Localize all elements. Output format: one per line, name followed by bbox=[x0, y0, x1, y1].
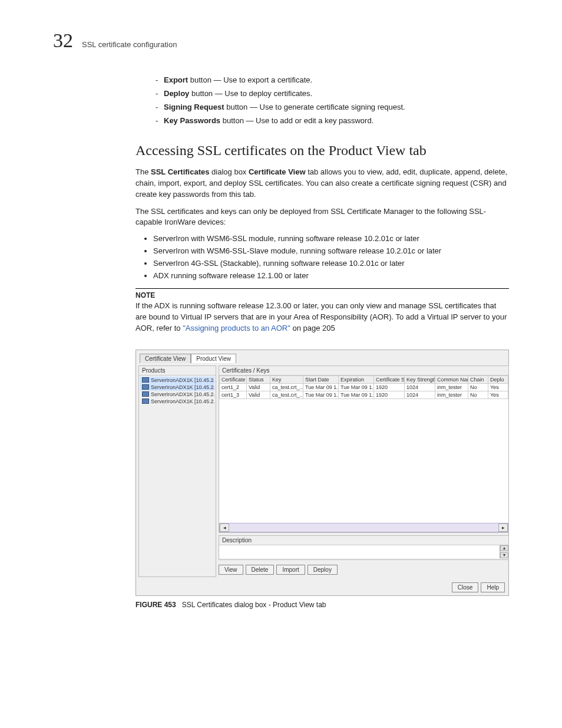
import-button[interactable]: Import bbox=[276, 565, 305, 575]
tab-product-view[interactable]: Product View bbox=[191, 354, 236, 363]
deploy-button[interactable]: Deploy bbox=[308, 565, 338, 575]
col-start-date[interactable]: Start Date bbox=[303, 375, 339, 383]
note-text: If the ADX is running software release 1… bbox=[135, 301, 509, 334]
product-item[interactable]: ServerIronADX1K [10.45.2.4] bbox=[140, 398, 214, 405]
chapter-number: 32 bbox=[53, 29, 73, 52]
products-title: Products bbox=[139, 366, 216, 375]
dash-item-bold: Deploy bbox=[164, 89, 189, 98]
dash-item-rest: button — Use to add or edit a key passwo… bbox=[220, 116, 373, 125]
certificates-table: Certificate Status Key Start Date Expira… bbox=[219, 375, 508, 399]
dash-item-rest: button — Use to generate certificate sig… bbox=[224, 103, 405, 111]
paragraph-1: The SSL Certificates dialog box Certific… bbox=[135, 167, 509, 200]
col-status[interactable]: Status bbox=[247, 375, 270, 383]
dash-list: Export button — Use to export a certific… bbox=[53, 75, 509, 125]
col-cert-size[interactable]: Certificate Si... bbox=[374, 375, 405, 383]
help-button[interactable]: Help bbox=[481, 582, 505, 592]
horizontal-scrollbar[interactable]: ◂ ▸ bbox=[219, 523, 508, 532]
dash-item-bold: Export bbox=[164, 75, 188, 84]
bullet-item: ADX running software release 12.1.00 or … bbox=[153, 271, 509, 280]
dash-item-rest: button — Use to deploy certificates. bbox=[189, 89, 312, 98]
col-chain[interactable]: Chain bbox=[468, 375, 488, 383]
ssl-certificates-dialog: Certificate View Product View Products S… bbox=[135, 350, 509, 596]
bullet-item: ServerIron with WSM6-SSL-Slave module, r… bbox=[153, 246, 509, 255]
dialog-tabs: Certificate View Product View bbox=[136, 350, 508, 363]
device-icon bbox=[142, 384, 149, 390]
device-icon bbox=[142, 398, 149, 404]
description-body: ▴ ▾ bbox=[219, 545, 508, 558]
note-label: NOTE bbox=[135, 291, 509, 299]
device-icon bbox=[142, 391, 149, 397]
products-panel: Products ServerIronADX1K [10.45.2.2] Ser… bbox=[138, 365, 216, 577]
bullet-item: ServerIron 4G-SSL (Stackable), running s… bbox=[153, 259, 509, 268]
figure-caption-text: SSL Certificates dialog box - Product Vi… bbox=[182, 601, 326, 609]
section-heading: Accessing SSL certificates on the Produc… bbox=[135, 143, 509, 159]
dash-item-bold: Key Passwords bbox=[164, 116, 220, 125]
scroll-up-icon[interactable]: ▴ bbox=[500, 545, 508, 551]
col-certificate[interactable]: Certificate bbox=[220, 375, 247, 383]
table-row[interactable]: cert1_3 Valid ca_test.crt_... Tue Mar 09… bbox=[220, 391, 508, 398]
dialog-footer: Close Help bbox=[136, 579, 508, 595]
paragraph-2: The SSL certificates and keys can only b… bbox=[135, 206, 509, 229]
dash-item-rest: button — Use to export a certificate. bbox=[188, 75, 312, 84]
col-common-name[interactable]: Common Name bbox=[435, 375, 468, 383]
delete-button[interactable]: Delete bbox=[246, 565, 275, 575]
col-deploy[interactable]: Deplo bbox=[488, 375, 508, 383]
col-key-strength[interactable]: Key Strength... bbox=[405, 375, 435, 383]
figure-caption: FIGURE 453 SSL Certificates dialog box -… bbox=[135, 601, 509, 609]
table-header-row: Certificate Status Key Start Date Expira… bbox=[220, 375, 508, 383]
certificates-panel: Certificates / Keys Certificate Status K… bbox=[219, 365, 509, 533]
dash-item: Export button — Use to export a certific… bbox=[165, 75, 509, 84]
description-title: Description bbox=[219, 536, 508, 545]
note-block: NOTE If the ADX is running software rele… bbox=[135, 288, 509, 334]
figure-label: FIGURE 453 bbox=[135, 601, 176, 609]
bullet-list: ServerIron with WSM6-SSL module, running… bbox=[135, 234, 509, 280]
certificates-title: Certificates / Keys bbox=[219, 366, 508, 375]
product-item[interactable]: ServerIronADX1K [10.45.2.2] bbox=[140, 377, 214, 384]
product-item[interactable]: ServerIronADX1K [10.45.2.7] bbox=[140, 384, 214, 391]
tab-certificate-view[interactable]: Certificate View bbox=[140, 354, 191, 363]
scroll-down-icon[interactable]: ▾ bbox=[500, 552, 508, 558]
header-title: SSL certificate configuration bbox=[82, 40, 177, 49]
page-header: 32 SSL certificate configuration bbox=[53, 29, 509, 52]
table-row[interactable]: cert1_2 Valid ca_test.crt_... Tue Mar 09… bbox=[220, 383, 508, 391]
view-button[interactable]: View bbox=[219, 565, 243, 575]
products-list: ServerIronADX1K [10.45.2.2] ServerIronAD… bbox=[139, 375, 216, 543]
scroll-right-icon[interactable]: ▸ bbox=[498, 523, 508, 532]
action-button-row: View Delete Import Deploy bbox=[219, 562, 509, 577]
col-key[interactable]: Key bbox=[270, 375, 303, 383]
scroll-left-icon[interactable]: ◂ bbox=[220, 523, 229, 532]
dash-item: Key Passwords button — Use to add or edi… bbox=[165, 116, 509, 125]
note-link[interactable]: "Assigning products to an AOR" bbox=[183, 324, 290, 332]
vertical-scrollbar[interactable]: ▴ ▾ bbox=[500, 545, 508, 558]
device-icon bbox=[142, 377, 149, 383]
dash-item: Signing Request button — Use to generate… bbox=[165, 103, 509, 111]
close-button[interactable]: Close bbox=[452, 582, 479, 592]
product-item[interactable]: ServerIronADX1K [10.45.2.5] bbox=[140, 391, 214, 398]
dash-item-bold: Signing Request bbox=[164, 103, 224, 111]
dash-item: Deploy button — Use to deploy certificat… bbox=[165, 89, 509, 98]
bullet-item: ServerIron with WSM6-SSL module, running… bbox=[153, 234, 509, 243]
description-panel: Description ▴ ▾ bbox=[219, 535, 509, 560]
col-expiration[interactable]: Expiration bbox=[339, 375, 374, 383]
